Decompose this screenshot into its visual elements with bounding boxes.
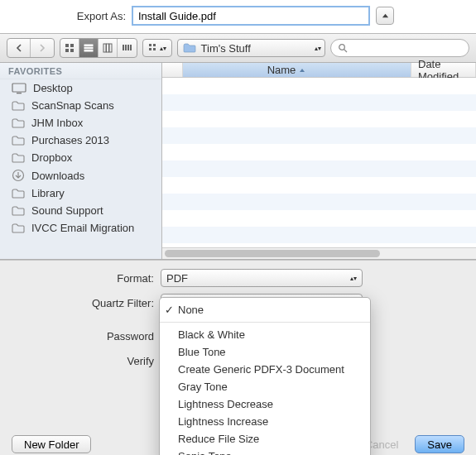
triangle-up-icon	[382, 12, 389, 20]
file-list-empty[interactable]	[162, 78, 476, 247]
disclosure-toggle-button[interactable]	[376, 7, 394, 25]
list-view-button[interactable]	[79, 39, 99, 57]
search-input[interactable]	[351, 42, 462, 54]
svg-rect-7	[103, 44, 106, 52]
svg-rect-8	[107, 44, 109, 52]
menu-item-blue[interactable]: Blue Tone	[160, 343, 370, 361]
column-header-date[interactable]: Date Modified	[411, 63, 476, 77]
column-header-name[interactable]: Name	[162, 63, 411, 77]
folder-icon	[12, 223, 25, 233]
sidebar-item-label: Downloads	[31, 170, 84, 182]
grid-icon	[65, 43, 75, 53]
coverflow-icon	[122, 43, 133, 53]
new-folder-button[interactable]: New Folder	[12, 435, 91, 453]
svg-rect-15	[153, 44, 156, 46]
svg-rect-20	[12, 84, 26, 92]
svg-rect-17	[153, 48, 156, 50]
menu-item-light-inc[interactable]: Lightness Increase	[160, 413, 370, 430]
verify-label: Verify	[12, 355, 156, 367]
nav-back-forward	[7, 38, 55, 58]
folder-icon	[12, 118, 25, 128]
column-header-row: Name Date Modified	[162, 63, 476, 78]
svg-rect-4	[84, 45, 93, 46]
format-popup[interactable]: PDF ▴▾	[161, 269, 363, 287]
svg-rect-9	[109, 44, 112, 52]
menu-item-pdfx[interactable]: Create Generic PDFX-3 Document	[160, 361, 370, 378]
folder-icon	[183, 43, 196, 53]
sidebar-item-label: Sound Support	[31, 204, 103, 217]
path-popup[interactable]: Tim's Stuff ▴▾	[177, 39, 325, 57]
file-list-area: Name Date Modified	[162, 63, 476, 259]
svg-line-19	[344, 50, 347, 52]
chevron-left-icon	[15, 44, 23, 52]
icon-view-button[interactable]	[60, 39, 79, 57]
svg-point-18	[339, 45, 345, 50]
options-panel: Format: PDF ▴▾ Quartz Filter: None ▴▾ Pa…	[0, 260, 476, 455]
columns-icon	[103, 43, 113, 53]
popup-arrows-icon: ▴▾	[160, 46, 166, 50]
folder-icon	[12, 136, 25, 146]
svg-rect-10	[123, 45, 124, 50]
popup-arrows-icon: ▴▾	[315, 46, 321, 50]
sidebar-item-label: JHM Inbox	[31, 117, 83, 129]
forward-button[interactable]	[31, 39, 54, 57]
format-value: PDF	[166, 272, 188, 285]
desktop-icon	[12, 83, 26, 94]
svg-rect-11	[125, 45, 127, 50]
svg-rect-12	[127, 45, 129, 50]
format-label: Format:	[12, 272, 156, 285]
sidebar-item-dropbox[interactable]: Dropbox	[0, 149, 161, 166]
coverflow-view-button[interactable]	[118, 39, 137, 57]
svg-rect-21	[17, 93, 22, 93]
download-icon	[12, 169, 25, 182]
arrange-menu-button[interactable]: ▴▾	[142, 39, 171, 57]
sidebar-item-library[interactable]: Library	[0, 184, 161, 202]
menu-item-sepia[interactable]: Sepia Tone	[160, 448, 370, 455]
svg-rect-3	[70, 49, 74, 52]
sidebar-item-label: IVCC Email Migration	[31, 222, 134, 234]
svg-rect-16	[149, 48, 151, 50]
sidebar-item-jhm[interactable]: JHM Inbox	[0, 114, 161, 132]
export-as-label: Export As:	[10, 10, 126, 22]
grid-small-icon	[148, 43, 158, 53]
sort-asc-icon	[299, 67, 305, 74]
menu-item-reduce[interactable]: Reduce File Size	[160, 430, 370, 448]
search-icon	[338, 43, 348, 53]
svg-rect-13	[130, 45, 132, 50]
folder-icon	[12, 206, 25, 216]
sidebar-item-label: ScanSnap Scans	[31, 99, 114, 112]
sidebar-item-label: Purchases 2013	[31, 134, 109, 146]
popup-arrows-icon: ▴▾	[350, 276, 357, 280]
sidebar-item-label: Library	[31, 187, 65, 199]
menu-item-light-dec[interactable]: Lightness Decrease	[160, 395, 370, 413]
quartz-filter-label: Quartz Filter:	[12, 297, 156, 309]
sidebar-item-label: Dropbox	[31, 151, 72, 164]
svg-rect-5	[84, 47, 93, 49]
sidebar-item-purchases[interactable]: Purchases 2013	[0, 132, 161, 149]
sidebar: FAVORITES Desktop ScanSnap Scans JHM Inb…	[0, 63, 162, 259]
sidebar-item-downloads[interactable]: Downloads	[0, 166, 161, 184]
svg-rect-0	[65, 44, 69, 47]
back-button[interactable]	[7, 39, 31, 57]
menu-item-none[interactable]: None	[160, 301, 370, 318]
folder-icon	[12, 153, 25, 163]
horizontal-scrollbar[interactable]	[162, 247, 476, 259]
sidebar-item-sound[interactable]: Sound Support	[0, 202, 161, 219]
save-button[interactable]: Save	[415, 435, 464, 453]
sidebar-item-label: Desktop	[33, 82, 73, 94]
scrollbar-thumb[interactable]	[165, 250, 380, 257]
export-filename-input[interactable]	[132, 7, 369, 25]
view-mode-segmented	[60, 38, 137, 58]
column-view-button[interactable]	[99, 39, 118, 57]
password-label: Password	[12, 330, 156, 342]
svg-rect-14	[149, 44, 151, 46]
sidebar-item-desktop[interactable]: Desktop	[0, 79, 161, 97]
svg-rect-6	[84, 50, 93, 52]
path-label: Tim's Stuff	[201, 42, 251, 55]
sidebar-item-ivcc[interactable]: IVCC Email Migration	[0, 219, 161, 237]
quartz-filter-menu: None Black & White Blue Tone Create Gene…	[159, 297, 371, 455]
menu-item-bw[interactable]: Black & White	[160, 326, 370, 343]
sidebar-item-scansnap[interactable]: ScanSnap Scans	[0, 97, 161, 114]
menu-item-gray[interactable]: Gray Tone	[160, 378, 370, 395]
search-field[interactable]	[330, 39, 469, 57]
